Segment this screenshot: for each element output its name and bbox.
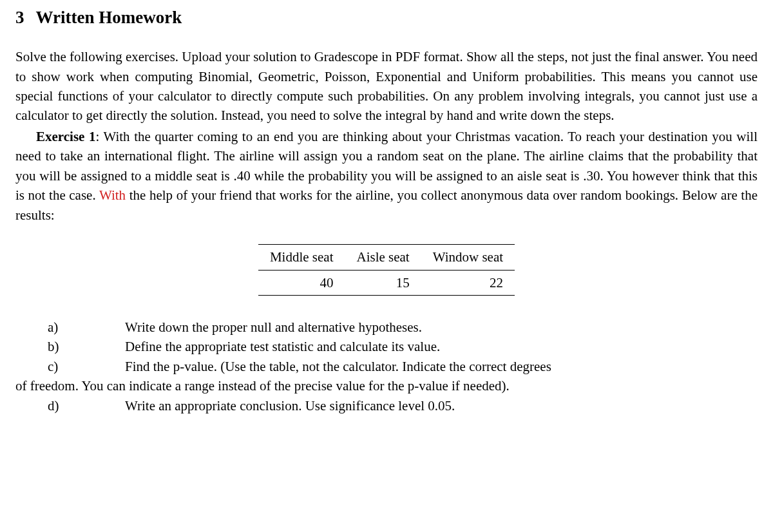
question-text: Find the p-value. (Use the table, not th…: [125, 357, 758, 376]
section-heading: 3Written Homework: [15, 5, 758, 30]
table-data-cell: 22: [421, 270, 515, 295]
question-b: b) Define the appropriate test statistic…: [15, 337, 758, 356]
table-header-cell: Middle seat: [258, 245, 345, 270]
data-table-container: Middle seat Aisle seat Window seat 40 15…: [15, 244, 758, 296]
question-label: b): [15, 337, 125, 356]
intro-paragraph: Solve the following exercises. Upload yo…: [15, 47, 758, 126]
question-c-continuation: of freedom. You can indicate a range ins…: [15, 376, 758, 395]
question-text: Write down the proper null and alternati…: [125, 318, 758, 337]
question-d: d) Write an appropriate conclusion. Use …: [15, 396, 758, 415]
table-data-row: 40 15 22: [258, 270, 515, 295]
question-label: a): [15, 318, 125, 337]
question-a: a) Write down the proper null and altern…: [15, 318, 758, 337]
table-header-row: Middle seat Aisle seat Window seat: [258, 245, 515, 270]
question-text: Write an appropriate conclusion. Use sig…: [125, 396, 758, 415]
table-data-cell: 40: [258, 270, 345, 295]
data-table: Middle seat Aisle seat Window seat 40 15…: [258, 244, 515, 296]
question-label: d): [15, 396, 125, 415]
table-header-cell: Window seat: [421, 245, 515, 270]
table-data-cell: 15: [345, 270, 421, 295]
section-number: 3: [15, 8, 24, 27]
exercise-paragraph: Exercise 1: With the quarter coming to a…: [15, 127, 758, 225]
question-text: Define the appropriate test statistic an…: [125, 337, 758, 356]
exercise-label: Exercise 1: [36, 129, 95, 144]
section-title: Written Homework: [36, 8, 182, 27]
table-header-cell: Aisle seat: [345, 245, 421, 270]
exercise-text-post: the help of your friend that works for t…: [15, 187, 758, 222]
annotated-word: With: [99, 187, 126, 203]
question-c: c) Find the p-value. (Use the table, not…: [15, 357, 758, 376]
question-label: c): [15, 357, 125, 376]
